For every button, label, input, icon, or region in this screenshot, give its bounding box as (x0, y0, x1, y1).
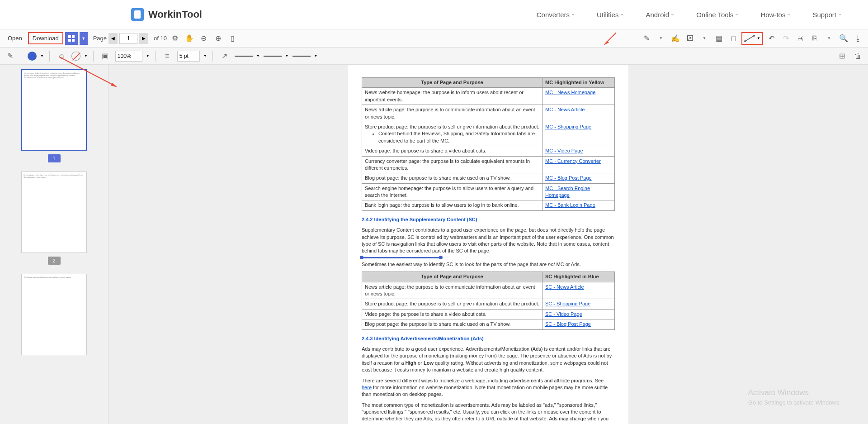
document-viewer[interactable]: Type of Page and Purpose MC Highlighted … (108, 65, 868, 424)
nav-converters[interactable]: Converters (537, 11, 574, 19)
table-row: News article page: the purpose is to com… (362, 282, 615, 299)
no-fill-button[interactable] (71, 52, 80, 61)
top-navigation: WorkinTool Converters Utilities Android … (0, 0, 868, 29)
drawn-line-annotation[interactable] (362, 256, 441, 257)
pen-tool-icon[interactable]: ✎ (640, 32, 653, 45)
thumbnail-num-1: 1 (48, 154, 61, 162)
brand-name: WorkinTool (148, 9, 202, 20)
watermark-title: Activate Windows (748, 388, 841, 397)
sc-link[interactable]: SC - News Article (545, 284, 584, 290)
page-content: Type of Page and Purpose MC Highlighted … (348, 65, 628, 424)
mc-link[interactable]: MC - News Article (545, 107, 585, 112)
add-page-icon[interactable]: ⊞ (835, 50, 848, 62)
solid-line-style[interactable] (235, 56, 253, 57)
undo-icon[interactable]: ↶ (765, 32, 778, 45)
delete-icon[interactable]: 🗑 (852, 50, 864, 62)
thumbnail-page-2: Second page content preview text documen… (21, 172, 87, 253)
image-icon[interactable]: 🖼 (684, 32, 696, 45)
mc-link[interactable]: MC - Shopping Page (545, 124, 591, 129)
copy-icon[interactable]: ⎘ (808, 32, 821, 45)
image-dropdown[interactable]: ▼ (698, 32, 711, 45)
mc-link[interactable]: MC - Search Engine Homepage (545, 186, 590, 198)
grid-dropdown[interactable]: ▼ (80, 32, 88, 45)
print-icon[interactable]: 🖨 (794, 32, 807, 45)
nav-support[interactable]: Support (812, 11, 841, 19)
thumbnail-3[interactable]: Third page preview williams sonoma yahoo… (5, 274, 104, 355)
nav-utilities[interactable]: Utilities (597, 11, 623, 19)
nav-online-tools[interactable]: Online Tools (696, 11, 738, 19)
no-fill-dropdown[interactable]: ▼ (84, 54, 88, 58)
crop-icon[interactable]: ◻ (727, 32, 740, 45)
line-start-style[interactable] (292, 56, 311, 57)
mc-table: Type of Page and Purpose MC Highlighted … (362, 77, 615, 211)
table-row: News article page: the purpose is to com… (362, 105, 615, 122)
sc-link[interactable]: SC - Video Page (545, 311, 582, 317)
copy-dropdown[interactable]: ▼ (823, 32, 835, 45)
mc-link[interactable]: MC - Bank Login Page (545, 202, 595, 208)
zoom-dropdown[interactable]: ▼ (146, 54, 150, 58)
redo-icon[interactable]: ↷ (779, 32, 792, 45)
mc-link[interactable]: MC - Currency Converter (545, 158, 601, 164)
fill-color-dropdown[interactable]: ▼ (40, 54, 44, 58)
zoom-in-icon[interactable]: ⊕ (212, 32, 225, 45)
arrow-style-icon[interactable]: ↗ (218, 50, 231, 62)
svg-point-1 (744, 40, 746, 42)
windows-watermark: Activate Windows Go to Settings to activ… (748, 388, 841, 406)
hand-tool-icon[interactable]: ✋ (183, 32, 196, 45)
bucket-icon[interactable]: ◇ (55, 50, 68, 62)
note-icon[interactable]: ▤ (712, 32, 725, 45)
signature-icon[interactable]: ✍ (669, 32, 682, 45)
sc-table: Type of Page and Purpose SC Highlighted … (362, 272, 615, 329)
sc-link[interactable]: SC - Shopping Page (545, 301, 590, 306)
table-row: Video page: the purpose is to share a vi… (362, 309, 615, 319)
sc-para1: Supplementary Content contributes to a g… (362, 227, 615, 255)
open-button[interactable]: Open (4, 33, 26, 44)
table2-header-2: SC Highlighted in Blue (542, 272, 615, 282)
thumbnail-2[interactable]: Second page content preview text documen… (5, 172, 104, 265)
mc-link[interactable]: MC - Blog Post Page (545, 175, 592, 181)
thumbnail-page-3: Third page preview williams sonoma yahoo… (21, 274, 87, 355)
fit-page-icon[interactable]: ▯ (226, 32, 239, 45)
section-sc-header: 2.4.2 Identifying the Supplementary Cont… (362, 216, 615, 223)
zoom-input[interactable] (115, 51, 142, 62)
line-weight-icon[interactable]: ≡ (161, 50, 174, 62)
next-page-button[interactable]: ▶ (139, 33, 148, 44)
nav-how-tos[interactable]: How-tos (760, 11, 790, 19)
line-start-dropdown[interactable]: ▼ (314, 54, 318, 58)
mc-link[interactable]: MC - News Homepage (545, 90, 595, 95)
section-ads-header: 2.4.3 Identifying Advertisements/Monetiz… (362, 335, 615, 342)
layer-icon[interactable]: ▣ (99, 50, 112, 62)
solid-dropdown[interactable]: ▼ (256, 54, 260, 58)
table-row: Search engine homepage: the purpose is t… (362, 183, 615, 200)
nav-android[interactable]: Android (646, 11, 674, 19)
search-icon[interactable]: 🔍 (837, 32, 850, 45)
mc-link[interactable]: MC - Video Page (545, 148, 583, 153)
download-button[interactable]: Download (28, 32, 63, 44)
table-row: Currency converter page: the purpose is … (362, 156, 615, 173)
prev-page-button[interactable]: ◀ (108, 33, 118, 44)
table-row: Video page: the purpose is to share a vi… (362, 146, 615, 156)
ads-para3: The most common type of monetization is … (362, 402, 615, 424)
page-number-input[interactable] (119, 33, 137, 44)
here-link[interactable]: here (362, 385, 372, 390)
line-weight-dropdown[interactable]: ▼ (203, 54, 207, 58)
table-row: Bank login page: the purpose is to allow… (362, 200, 615, 210)
line-tool-button[interactable]: ▼ (741, 32, 763, 45)
line-weight-input[interactable] (177, 51, 200, 62)
grid-view-button[interactable] (65, 32, 78, 45)
format-paint-icon[interactable]: ✎ (4, 50, 16, 62)
table1-header-2: MC Highlighted in Yellow (542, 78, 615, 88)
main-toolbar: Open Download ▼ Page ◀ ▶ of 10 ⚙ ✋ ⊖ ⊕ ▯… (0, 29, 868, 48)
settings-icon[interactable]: ⚙ (169, 32, 181, 45)
svg-point-2 (753, 35, 755, 37)
zoom-out-icon[interactable]: ⊖ (198, 32, 210, 45)
download-file-icon[interactable]: ⭳ (852, 32, 864, 45)
pen-dropdown[interactable]: ▼ (655, 32, 667, 45)
line-end-style[interactable] (264, 56, 282, 57)
line-end-dropdown[interactable]: ▼ (285, 54, 289, 58)
sc-link[interactable]: SC - Blog Post Page (545, 321, 591, 327)
fill-color-button[interactable] (28, 52, 37, 61)
table-row: News website homepage: the purpose is to… (362, 88, 615, 105)
thumbnail-1[interactable]: Lorem ipsum dolor sit amet text content … (5, 69, 104, 162)
table-row: Blog post page: the purpose is to share … (362, 173, 615, 183)
